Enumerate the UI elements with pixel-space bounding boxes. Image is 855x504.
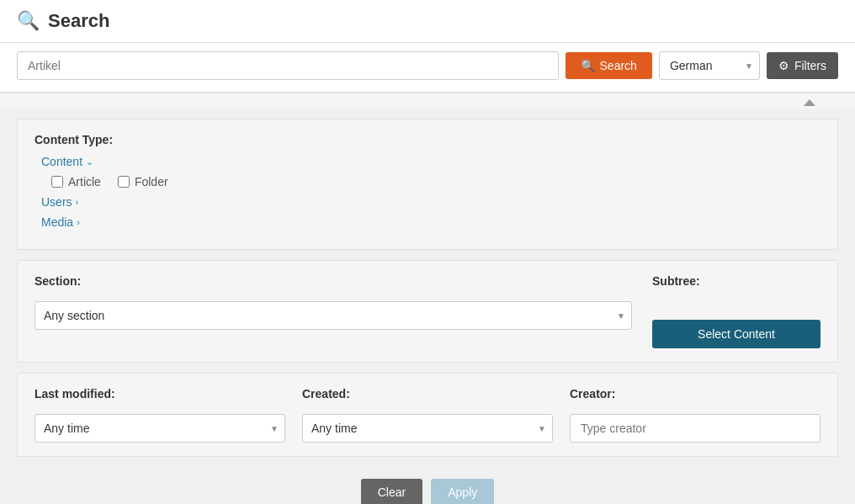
folder-checkbox[interactable] xyxy=(118,176,130,188)
created-label: Created: xyxy=(302,387,553,401)
creator-label: Creator: xyxy=(570,387,820,401)
article-checkbox[interactable] xyxy=(51,176,63,188)
media-link[interactable]: Media › xyxy=(41,215,820,229)
search-button-label: Search xyxy=(600,59,637,72)
language-select[interactable]: German English French xyxy=(659,51,760,80)
last-modified-label: Last modified: xyxy=(35,387,285,401)
content-link[interactable]: Content ⌄ xyxy=(41,155,93,168)
search-button[interactable]: 🔍 Search xyxy=(566,52,652,79)
checkbox-row: Article Folder xyxy=(51,175,820,188)
users-chevron-right: › xyxy=(76,197,79,207)
filters-icon: ⚙ xyxy=(778,59,789,72)
search-icon: 🔍 xyxy=(581,59,595,72)
folder-checkbox-item[interactable]: Folder xyxy=(118,175,168,188)
last-modified-select[interactable]: Any time Today This week This month xyxy=(35,414,285,443)
language-select-wrapper: German English French ▼ xyxy=(659,51,760,80)
section-select[interactable]: Any section xyxy=(35,301,632,330)
created-select[interactable]: Any time Today This week This month xyxy=(302,414,553,443)
filters-caret-up xyxy=(804,99,815,106)
search-bar-row: 🔍 Search German English French ▼ ⚙ Filte… xyxy=(0,43,855,93)
action-row: Clear Apply xyxy=(0,467,855,504)
page-header: 🔍 Search xyxy=(0,0,855,43)
subtree-label: Subtree: xyxy=(652,274,820,288)
search-input[interactable] xyxy=(17,51,559,80)
users-link-label: Users xyxy=(41,195,72,209)
created-col: Created: Any time Today This week This m… xyxy=(302,387,553,443)
content-link-label: Content xyxy=(41,155,82,168)
creator-input[interactable] xyxy=(570,414,820,443)
folder-label: Folder xyxy=(135,175,168,188)
creator-col: Creator: xyxy=(570,387,820,443)
created-select-wrapper: Any time Today This week This month ▼ xyxy=(302,414,553,443)
users-link[interactable]: Users › xyxy=(41,195,820,209)
clear-label: Clear xyxy=(378,485,406,499)
content-type-label: Content Type: xyxy=(35,133,820,146)
media-link-label: Media xyxy=(41,215,73,229)
filters-button-label: Filters xyxy=(794,59,826,72)
content-chevron-down: ⌄ xyxy=(86,157,93,167)
section-label: Section: xyxy=(35,274,632,288)
last-modified-select-wrapper: Any time Today This week This month ▼ xyxy=(35,414,285,443)
section-subtree-row: Section: Any section ▼ Subtree: Select C… xyxy=(35,274,820,348)
content-type-section: Content Type: Content ⌄ Article Folder U… xyxy=(17,119,838,250)
clear-button[interactable]: Clear xyxy=(361,479,422,504)
article-label: Article xyxy=(68,175,101,188)
filters-button[interactable]: ⚙ Filters xyxy=(767,52,838,79)
subtree-col: Subtree: Select Content xyxy=(652,274,820,348)
apply-button[interactable]: Apply xyxy=(431,479,494,504)
select-content-label: Select Content xyxy=(698,327,775,341)
page-title: Search xyxy=(48,10,109,32)
date-creator-panel: Last modified: Any time Today This week … xyxy=(17,373,838,457)
section-col: Section: Any section ▼ xyxy=(35,274,632,330)
media-chevron-right: › xyxy=(77,217,80,227)
section-subtree-panel: Section: Any section ▼ Subtree: Select C… xyxy=(17,260,838,363)
section-select-wrapper: Any section ▼ xyxy=(35,301,632,330)
last-modified-col: Last modified: Any time Today This week … xyxy=(35,387,285,443)
select-content-button[interactable]: Select Content xyxy=(652,320,820,348)
apply-label: Apply xyxy=(448,485,477,499)
date-creator-row: Last modified: Any time Today This week … xyxy=(35,387,820,443)
article-checkbox-item[interactable]: Article xyxy=(51,175,101,188)
search-icon-large: 🔍 xyxy=(17,10,40,32)
